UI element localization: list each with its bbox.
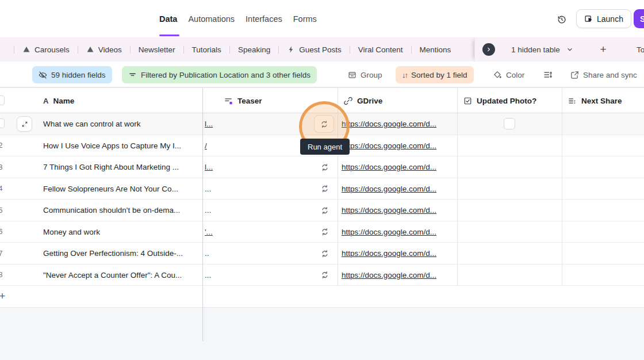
table-row-7[interactable]: 7 Getting Over Perfectionism: 4 Outside-… — [0, 243, 644, 265]
text-field-icon: A — [43, 97, 48, 105]
gdrive-link[interactable]: https://docs.google.com/d... — [342, 113, 436, 135]
launch-icon — [584, 14, 593, 23]
column-divider — [562, 88, 562, 286]
row-height-button[interactable] — [543, 66, 553, 83]
cell-name[interactable]: Communication shouldn't be on-dema... — [43, 200, 180, 221]
plus-icon: + — [600, 43, 606, 56]
select-field-icon — [568, 97, 577, 105]
drive-icon — [86, 45, 94, 53]
row-number: 5 — [0, 200, 5, 221]
column-header-updated-photo[interactable]: Updated Photo? — [463, 88, 536, 113]
run-agent-button[interactable] — [314, 115, 334, 133]
expand-record-button[interactable] — [17, 116, 32, 132]
run-agent-tooltip: Run agent — [300, 139, 350, 155]
table-tab-label: Newsletter — [139, 45, 175, 54]
table-tab-viral-content[interactable]: Viral Content — [350, 37, 411, 62]
filter-button[interactable]: Filtered by Publication Location and 3 o… — [122, 66, 317, 83]
drive-icon — [22, 45, 30, 53]
column-header-label: Updated Photo? — [477, 97, 536, 105]
history-icon[interactable] — [555, 13, 569, 26]
table-tab-label: Carousels — [34, 45, 70, 54]
hidden-fields-label: 59 hidden fields — [51, 71, 106, 79]
gdrive-link[interactable]: https://docs.google.com/d... — [342, 200, 436, 221]
cell-name[interactable]: What we can control at work — [43, 113, 141, 135]
table-tab-tutorials[interactable]: Tutorials — [184, 37, 229, 62]
row-number: 4 — [0, 178, 5, 200]
table-tab-newsletter[interactable]: Newsletter — [131, 37, 183, 62]
group-button[interactable]: Group — [348, 66, 382, 83]
tools-menu[interactable]: To — [637, 37, 644, 62]
row-checkbox[interactable] — [0, 118, 5, 128]
run-agent-icon[interactable] — [320, 200, 330, 221]
table-row-4[interactable]: 4 Fellow Solopreneurs Are Not Your Co...… — [0, 178, 644, 200]
table-tab-mentions[interactable]: Mentions — [412, 37, 459, 62]
data-grid: A Name Teaser GDrive Updated Photo? Next… — [0, 87, 644, 360]
gdrive-link[interactable]: https://docs.google.com/d... — [342, 221, 436, 243]
column-divider — [457, 88, 458, 286]
frozen-column-divider[interactable] — [202, 88, 203, 341]
share-and-sync-button[interactable]: Share and sync — [570, 66, 637, 83]
scroll-tables-right-button[interactable] — [482, 43, 495, 56]
run-agent-icon[interactable] — [320, 265, 330, 286]
gdrive-link[interactable]: https://docs.google.com/d... — [342, 243, 436, 264]
gdrive-link[interactable]: https://docs.google.com/d... — [342, 135, 436, 156]
clipped-cell-text: '... — [205, 221, 215, 243]
launch-button[interactable]: Launch — [576, 9, 631, 28]
hidden-table-menu[interactable]: 1 hidden table — [511, 37, 574, 62]
table-tab-carousels[interactable]: Carousels — [14, 37, 78, 62]
tab-automations[interactable]: Automations — [188, 14, 235, 24]
run-agent-icon[interactable] — [320, 156, 330, 178]
active-tab-underline — [159, 35, 179, 36]
share-sync-icon — [570, 71, 579, 79]
column-header-teaser[interactable]: Teaser — [224, 88, 262, 113]
cell-name[interactable]: "Never Accept a Counter Offer": A Cou... — [43, 265, 182, 286]
table-row-5[interactable]: 5 Communication shouldn't be on-dema... … — [0, 200, 644, 221]
run-agent-icon[interactable] — [320, 221, 330, 243]
cell-name[interactable]: Fellow Solopreneurs Are Not Your Co... — [43, 178, 178, 200]
column-header-name[interactable]: A Name — [43, 88, 74, 113]
column-header-next-share[interactable]: Next Share — [568, 88, 622, 113]
table-tabs-bar: Carousels Videos Newsletter Tutorials Sp… — [0, 37, 644, 62]
row-number: 2 — [0, 135, 5, 156]
expand-icon — [21, 121, 28, 128]
color-button[interactable]: Color — [493, 66, 524, 83]
share-button[interactable]: S — [634, 9, 644, 28]
tools-label: To — [637, 45, 644, 54]
table-row-3[interactable]: 3 7 Things I Got Right About Marketing .… — [0, 156, 644, 178]
table-tab-label: Tutorials — [192, 45, 221, 54]
cell-name[interactable]: Money and work — [43, 221, 100, 243]
table-tab-label: Viral Content — [358, 45, 403, 54]
table-tab-label: Guest Posts — [299, 45, 342, 54]
table-row-6[interactable]: 6 Money and work '... https://docs.googl… — [0, 221, 644, 243]
sort-button[interactable]: ↓↑ Sorted by 1 field — [396, 66, 474, 83]
plus-icon: + — [0, 286, 8, 307]
table-tab-videos[interactable]: Videos — [78, 37, 130, 62]
cell-name[interactable]: How I Use Voice Apps to Capture My I... — [43, 135, 181, 156]
tab-interfaces[interactable]: Interfaces — [246, 14, 282, 24]
gdrive-link[interactable]: https://docs.google.com/d... — [342, 156, 436, 178]
table-tab-label: Mentions — [420, 45, 451, 54]
run-agent-icon[interactable] — [320, 243, 330, 264]
view-toolbar: 59 hidden fields Filtered by Publication… — [0, 62, 644, 87]
cell-name[interactable]: Getting Over Perfectionism: 4 Outside-..… — [43, 243, 183, 264]
cell-name[interactable]: 7 Things I Got Right About Marketing ... — [43, 156, 179, 178]
updated-photo-checkbox[interactable] — [504, 118, 515, 129]
select-all-checkbox[interactable] — [0, 95, 5, 105]
gdrive-link[interactable]: https://docs.google.com/d... — [342, 178, 436, 200]
gdrive-link[interactable]: https://docs.google.com/d... — [342, 265, 436, 286]
hidden-fields-button[interactable]: 59 hidden fields — [32, 66, 112, 83]
add-row-button[interactable]: + — [0, 286, 644, 308]
tab-data[interactable]: Data — [159, 14, 177, 24]
add-table-button[interactable]: + — [596, 42, 611, 57]
table-tab-guest-posts[interactable]: Guest Posts — [279, 37, 350, 62]
run-agent-icon[interactable] — [320, 178, 330, 200]
table-tab-speaking[interactable]: Speaking — [230, 37, 278, 62]
tab-forms[interactable]: Forms — [293, 14, 317, 24]
column-header-label: Next Share — [581, 97, 622, 105]
table-tab-label: Videos — [98, 45, 122, 54]
lightning-icon — [287, 45, 295, 53]
table-row-1[interactable]: What we can control at work l... https:/… — [0, 113, 644, 135]
column-header-gdrive[interactable]: GDrive — [344, 88, 382, 113]
table-row-8[interactable]: 8 "Never Accept a Counter Offer": A Cou.… — [0, 265, 644, 286]
airtable-app-window: Data Automations Interfaces Forms Launch… — [0, 0, 644, 360]
